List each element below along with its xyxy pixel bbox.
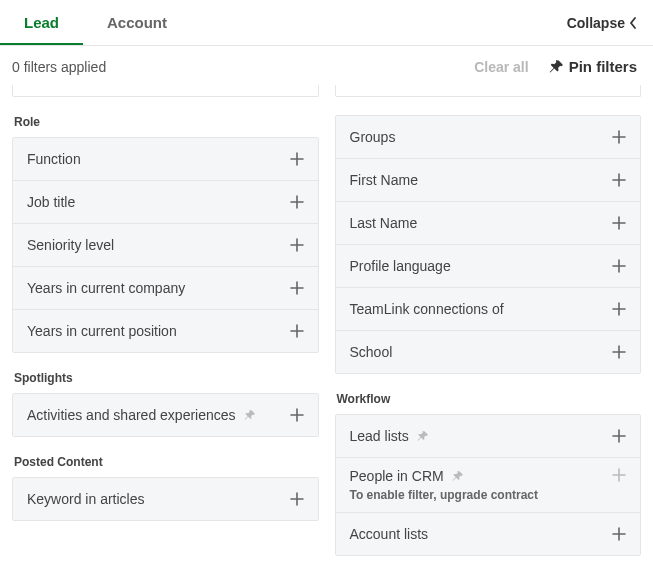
- plus-icon: [290, 195, 304, 209]
- collapse-label: Collapse: [567, 15, 625, 31]
- section-title-spotlights: Spotlights: [14, 371, 319, 385]
- filter-label: Keyword in articles: [27, 491, 145, 507]
- filter-group-posted-content: Keyword in articles: [12, 477, 319, 521]
- filter-label: Activities and shared experiences: [27, 407, 236, 423]
- plus-icon: [612, 130, 626, 144]
- filter-profile-language[interactable]: Profile language: [336, 245, 641, 288]
- plus-icon: [612, 302, 626, 316]
- filter-label: Seniority level: [27, 237, 114, 253]
- tab-account[interactable]: Account: [83, 0, 191, 45]
- plus-icon: [290, 152, 304, 166]
- filter-lead-lists[interactable]: Lead lists: [336, 415, 641, 458]
- filter-years-position[interactable]: Years in current position: [13, 310, 318, 352]
- plus-icon: [612, 429, 626, 443]
- filter-label: Lead lists: [350, 428, 409, 444]
- filter-label: Function: [27, 151, 81, 167]
- plus-icon: [612, 173, 626, 187]
- plus-icon: [612, 468, 626, 482]
- collapse-button[interactable]: Collapse: [567, 15, 637, 31]
- plus-icon: [290, 324, 304, 338]
- filter-group-role: Function Job title Seniority level Years…: [12, 137, 319, 353]
- filter-keyword[interactable]: Keyword in articles: [13, 478, 318, 520]
- plus-icon: [612, 345, 626, 359]
- filter-label: Account lists: [350, 526, 429, 542]
- filter-group-personal: Groups First Name Last Name Profile lang…: [335, 115, 642, 374]
- filters-applied-count: 0 filters applied: [12, 59, 106, 75]
- plus-icon: [612, 216, 626, 230]
- filter-group-spotlights: Activities and shared experiences: [12, 393, 319, 437]
- filter-label: Groups: [350, 129, 396, 145]
- plus-icon: [612, 527, 626, 541]
- filter-teamlink[interactable]: TeamLink connections of: [336, 288, 641, 331]
- plus-icon: [290, 492, 304, 506]
- filter-label: Job title: [27, 194, 75, 210]
- left-column: Role Function Job title Seniority level …: [12, 85, 319, 556]
- filter-label: School: [350, 344, 393, 360]
- plus-icon: [290, 238, 304, 252]
- section-title-role: Role: [14, 115, 319, 129]
- filter-school[interactable]: School: [336, 331, 641, 373]
- pin-icon: [452, 471, 463, 482]
- subheader: 0 filters applied Clear all Pin filters: [0, 46, 653, 85]
- filter-label: Years in current company: [27, 280, 185, 296]
- filter-columns: Role Function Job title Seniority level …: [0, 85, 653, 556]
- pin-icon: [417, 431, 428, 442]
- filter-subtext: To enable filter, upgrade contract: [350, 488, 613, 502]
- tab-lead[interactable]: Lead: [0, 0, 83, 45]
- filter-function[interactable]: Function: [13, 138, 318, 181]
- filter-activities[interactable]: Activities and shared experiences: [13, 394, 318, 436]
- filter-groups[interactable]: Groups: [336, 116, 641, 159]
- filter-label: Years in current position: [27, 323, 177, 339]
- pin-filters-label: Pin filters: [569, 58, 637, 75]
- filter-label: Last Name: [350, 215, 418, 231]
- filter-label: TeamLink connections of: [350, 301, 504, 317]
- plus-icon: [290, 408, 304, 422]
- pin-filters-button[interactable]: Pin filters: [549, 58, 637, 75]
- filter-account-lists[interactable]: Account lists: [336, 513, 641, 555]
- plus-icon: [290, 281, 304, 295]
- pin-icon: [549, 60, 563, 74]
- filter-first-name[interactable]: First Name: [336, 159, 641, 202]
- chevron-left-icon: [629, 17, 637, 29]
- right-column: Groups First Name Last Name Profile lang…: [335, 85, 642, 556]
- header-bar: Lead Account Collapse: [0, 0, 653, 46]
- filter-last-name[interactable]: Last Name: [336, 202, 641, 245]
- filter-label: Profile language: [350, 258, 451, 274]
- section-title-workflow: Workflow: [337, 392, 642, 406]
- filter-job-title[interactable]: Job title: [13, 181, 318, 224]
- tabs: Lead Account: [0, 0, 191, 45]
- partial-row-top-right: [335, 85, 642, 97]
- filter-seniority-level[interactable]: Seniority level: [13, 224, 318, 267]
- clear-all-button[interactable]: Clear all: [474, 59, 528, 75]
- filter-people-crm: People in CRM To enable filter, upgrade …: [336, 458, 641, 513]
- filter-label: People in CRM: [350, 468, 444, 484]
- pin-icon: [244, 410, 255, 421]
- plus-icon: [612, 259, 626, 273]
- subheader-actions: Clear all Pin filters: [474, 58, 637, 75]
- filter-label: First Name: [350, 172, 418, 188]
- filter-years-company[interactable]: Years in current company: [13, 267, 318, 310]
- section-title-posted-content: Posted Content: [14, 455, 319, 469]
- filter-group-workflow: Lead lists People in CRM To enable filte…: [335, 414, 642, 556]
- partial-row-top-left: [12, 85, 319, 97]
